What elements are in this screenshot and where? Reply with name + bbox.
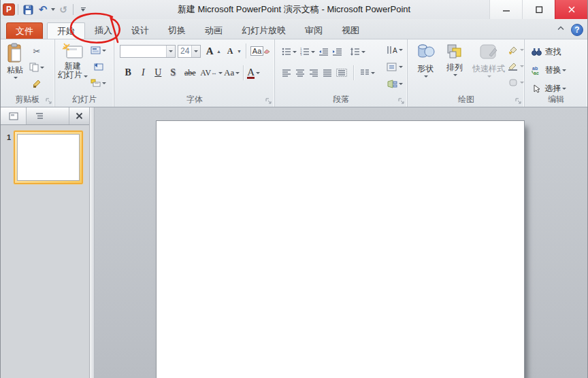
align-left-button[interactable] — [282, 66, 291, 80]
tab-review[interactable]: 审阅 — [295, 22, 332, 39]
tab-transitions[interactable]: 切换 — [159, 22, 195, 39]
strikethrough-button[interactable]: abe — [181, 68, 199, 78]
underline-button[interactable]: U — [151, 67, 165, 78]
tab-home[interactable]: 开始 — [47, 22, 85, 39]
new-slide-dropdown-icon[interactable] — [84, 75, 88, 78]
format-painter-icon — [32, 79, 42, 88]
change-case-button[interactable]: Aa — [224, 66, 240, 80]
shapes-icon — [415, 43, 436, 62]
svg-text:3: 3 — [300, 54, 302, 56]
shapes-dropdown-icon[interactable] — [424, 75, 428, 78]
font-dialog-launcher-icon[interactable] — [265, 98, 272, 105]
slide-editing-canvas[interactable] — [156, 120, 525, 378]
minimize-button[interactable] — [489, 0, 522, 19]
tab-insert[interactable]: 插入 — [85, 22, 122, 39]
replace-button[interactable]: ab ac 替换 — [532, 63, 587, 77]
powerpoint-app-icon[interactable]: P — [3, 3, 15, 16]
reset-button[interactable] — [91, 60, 106, 73]
align-center-button[interactable] — [295, 66, 305, 80]
text-direction-button[interactable]: A — [387, 43, 403, 56]
columns-button[interactable] — [360, 66, 375, 80]
grow-font-button[interactable]: A▲ — [203, 44, 221, 58]
shape-fill-button[interactable] — [508, 43, 524, 56]
cursor-arrow-icon — [532, 84, 542, 93]
undo-dropdown-icon[interactable] — [51, 8, 55, 11]
close-button[interactable] — [555, 0, 587, 19]
quick-styles-button: 快速样式 — [470, 39, 508, 94]
drawing-dialog-launcher-icon[interactable] — [515, 98, 522, 105]
ribbon: 粘贴 ✂ — [1, 39, 587, 107]
tab-file[interactable]: 文件 — [6, 22, 43, 39]
group-font: 24 A▲ A▼ Aa B I U S abe AV ↔ — [114, 39, 275, 107]
increase-indent-button[interactable] — [332, 45, 342, 58]
new-slide-button[interactable]: 新建 幻灯片 — [55, 39, 91, 94]
shapes-button[interactable]: 形状 — [410, 39, 440, 94]
clipboard-dialog-launcher-icon[interactable] — [46, 98, 52, 105]
find-button[interactable]: 查找 — [532, 45, 587, 58]
justify-button[interactable] — [323, 66, 332, 80]
slides-view-icon — [9, 112, 18, 120]
tab-view[interactable]: 视图 — [332, 22, 369, 39]
section-icon — [91, 79, 101, 87]
select-button[interactable]: 选择 — [532, 82, 587, 95]
font-color-button[interactable]: A — [247, 66, 260, 80]
shrink-font-button[interactable]: A▼ — [223, 44, 242, 58]
workspace: 1 — [1, 107, 587, 378]
paste-dropdown-icon[interactable] — [14, 77, 18, 79]
close-panel-button[interactable] — [69, 107, 89, 124]
align-text-button[interactable] — [387, 60, 403, 73]
tab-animations[interactable]: 动画 — [195, 22, 232, 39]
layout-button[interactable] — [91, 44, 106, 57]
text-shadow-button[interactable]: S — [166, 67, 180, 78]
cut-button[interactable]: ✂ — [29, 44, 44, 58]
redo-icon: ↺ — [56, 3, 70, 16]
shape-fill-icon — [508, 46, 519, 54]
undo-icon[interactable]: ↶ — [36, 3, 50, 16]
reset-icon — [93, 63, 103, 71]
bullets-button[interactable] — [282, 45, 297, 58]
replace-dropdown-icon[interactable] — [562, 69, 566, 71]
format-painter-button[interactable] — [29, 77, 44, 90]
font-name-combobox[interactable] — [120, 45, 176, 58]
arrange-dropdown-icon[interactable] — [453, 74, 457, 76]
arrange-button[interactable]: 排列 — [440, 39, 470, 94]
convert-smartart-button[interactable] — [387, 77, 403, 90]
line-spacing-button[interactable] — [350, 45, 365, 58]
distribute-button[interactable] — [336, 66, 347, 80]
decrease-indent-button[interactable] — [318, 45, 329, 58]
clear-formatting-button[interactable]: Aa — [250, 44, 270, 58]
maximize-button[interactable] — [522, 0, 555, 19]
save-icon[interactable] — [21, 3, 35, 16]
tab-design[interactable]: 设计 — [122, 22, 159, 39]
shape-outline-button[interactable] — [508, 59, 524, 73]
binoculars-icon — [532, 48, 542, 56]
character-spacing-button[interactable]: AV ↔ — [200, 66, 223, 80]
paste-icon — [6, 43, 24, 63]
paste-button[interactable]: 粘贴 — [1, 39, 29, 94]
paragraph-dialog-launcher-icon[interactable] — [398, 98, 405, 105]
selected-slide-thumbnail[interactable] — [14, 131, 83, 184]
divider — [18, 4, 18, 15]
group-label-font: 字体 — [114, 94, 274, 105]
replace-icon: ab ac — [532, 66, 542, 75]
align-right-button[interactable] — [309, 66, 318, 80]
slides-view-tab[interactable] — [1, 107, 27, 124]
minimize-ribbon-icon[interactable] — [555, 24, 567, 35]
italic-button[interactable]: I — [136, 67, 150, 78]
title-bar: P ↶ ↺ 新建 Microsoft PowerPoint 演示文稿 - Mic… — [1, 0, 587, 19]
copy-button[interactable] — [29, 61, 44, 74]
tab-slideshow[interactable]: 幻灯片放映 — [232, 22, 295, 39]
panel-splitter[interactable] — [90, 107, 95, 378]
eraser-icon — [263, 48, 270, 54]
select-dropdown-icon[interactable] — [562, 88, 566, 90]
layout-icon — [91, 46, 101, 54]
section-button[interactable] — [91, 76, 106, 90]
svg-text:A: A — [393, 47, 397, 54]
numbering-button[interactable]: 123 — [300, 45, 315, 58]
font-size-combobox[interactable]: 24 — [178, 45, 201, 58]
help-icon[interactable]: ? — [571, 24, 583, 36]
shape-effects-button[interactable] — [508, 75, 524, 89]
bold-button[interactable]: B — [121, 67, 135, 78]
outline-view-tab[interactable] — [27, 107, 52, 124]
customize-qat-icon[interactable] — [76, 3, 90, 16]
